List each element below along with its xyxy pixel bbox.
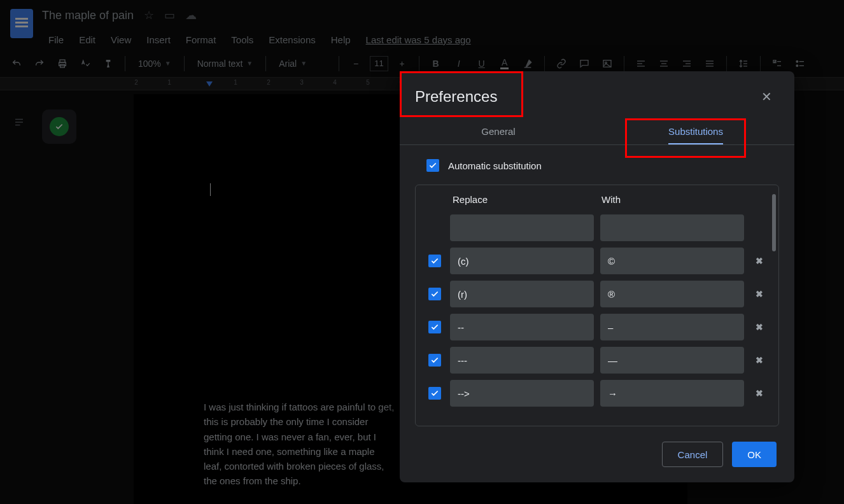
cancel-button[interactable]: Cancel — [662, 442, 724, 467]
replace-input[interactable] — [450, 281, 594, 307]
auto-substitution-checkbox[interactable] — [426, 159, 439, 172]
substitution-row: ✖ — [426, 344, 768, 377]
with-input[interactable] — [600, 248, 744, 274]
substitution-row: ✖ — [426, 277, 768, 311]
with-input[interactable] — [600, 214, 744, 241]
column-replace: Replace — [453, 194, 595, 205]
tab-substitutions[interactable]: Substitutions — [597, 118, 794, 144]
delete-row-button[interactable]: ✖ — [750, 384, 768, 402]
column-with: With — [601, 194, 744, 205]
row-checkbox[interactable] — [428, 255, 441, 267]
substitution-row — [426, 211, 768, 244]
scrollbar[interactable] — [772, 194, 776, 251]
row-checkbox[interactable] — [428, 288, 441, 300]
substitution-row: ✖ — [426, 377, 768, 410]
tab-general[interactable]: General — [400, 118, 597, 144]
replace-input[interactable] — [450, 214, 594, 241]
substitution-row: ✖ — [426, 244, 768, 277]
with-input[interactable] — [600, 314, 744, 340]
with-input[interactable] — [600, 347, 744, 374]
substitution-row: ✖ — [426, 311, 768, 344]
with-input[interactable] — [600, 281, 744, 307]
ok-button[interactable]: OK — [732, 442, 777, 467]
close-button[interactable]: ✕ — [756, 87, 777, 107]
with-input[interactable] — [600, 380, 744, 407]
row-checkbox[interactable] — [428, 321, 441, 333]
delete-row-button[interactable]: ✖ — [750, 285, 768, 303]
row-checkbox[interactable] — [428, 387, 441, 400]
auto-substitution-label: Automatic substitution — [448, 160, 542, 171]
delete-row-button — [750, 219, 768, 237]
replace-input[interactable] — [450, 248, 594, 274]
preferences-dialog: Preferences ✕ General Substitutions Auto… — [400, 71, 794, 482]
replace-input[interactable] — [450, 380, 594, 407]
replace-input[interactable] — [450, 347, 594, 374]
row-checkbox[interactable] — [428, 354, 441, 367]
replace-input[interactable] — [450, 314, 594, 340]
delete-row-button[interactable]: ✖ — [750, 318, 768, 336]
delete-row-button[interactable]: ✖ — [750, 252, 768, 270]
delete-row-button[interactable]: ✖ — [750, 351, 768, 369]
dialog-title: Preferences — [415, 88, 497, 106]
